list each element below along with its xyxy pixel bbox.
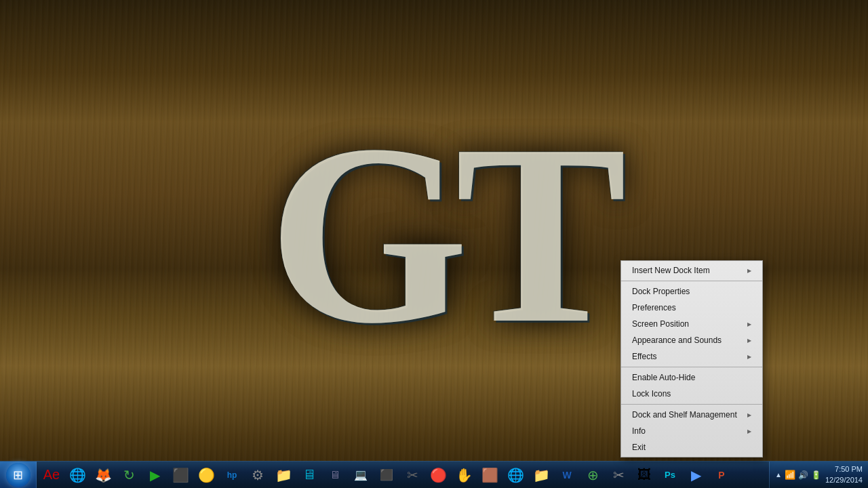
taskbar-icon-media[interactable]: ▶ xyxy=(142,463,167,487)
tray-arrow-icon[interactable]: ▲ xyxy=(775,471,782,479)
taskbar-icon-blue[interactable]: ⬛ xyxy=(168,463,193,487)
taskbar-icon-brown[interactable]: 🟫 xyxy=(477,463,502,487)
menu-item-insert-new-dock-item[interactable]: Insert New Dock Item xyxy=(621,262,762,279)
taskbar-icon-gray[interactable]: ⚙ xyxy=(245,463,270,487)
menu-separator-3 xyxy=(621,404,762,405)
taskbar-icon-powerpoint[interactable]: P xyxy=(709,463,734,487)
menu-item-screen-position[interactable]: Screen Position xyxy=(621,316,762,332)
desktop-logo: GT xyxy=(217,54,665,413)
taskbar-icon-cyan[interactable]: 🖥 xyxy=(297,463,321,487)
taskbar-icon-scissors2[interactable]: ✂ xyxy=(606,463,631,487)
menu-item-enable-auto-hide[interactable]: Enable Auto-Hide xyxy=(621,369,762,386)
menu-item-exit[interactable]: Exit xyxy=(621,439,762,455)
system-tray-icons: ▲ 📶 🔊 🔋 xyxy=(775,470,821,480)
menu-item-dock-properties[interactable]: Dock Properties xyxy=(621,283,762,300)
menu-item-dock-and-shelf-management[interactable]: Dock and Shelf Management xyxy=(621,407,762,423)
menu-separator-2 xyxy=(621,367,762,367)
taskbar-icon-laptop[interactable]: 💻 xyxy=(349,463,373,487)
tray-battery-icon[interactable]: 🔋 xyxy=(811,470,821,480)
taskbar-icon-yellow[interactable]: 🟡 xyxy=(194,463,218,487)
taskbar-icon-hp[interactable]: hp xyxy=(220,463,244,487)
system-tray: ▲ 📶 🔊 🔋 7:50 PM 12/29/2014 xyxy=(769,462,868,489)
taskbar-icon-app1[interactable]: ↻ xyxy=(117,463,141,487)
taskbar-icon-movie[interactable]: ▶ xyxy=(684,463,708,487)
taskbar-icon-chrome[interactable]: ⊕ xyxy=(580,463,605,487)
taskbar-icon-firefox[interactable]: 🦊 xyxy=(91,463,115,487)
desktop: GT Insert New Dock Item Dock Properties … xyxy=(0,0,868,488)
menu-item-appearance-and-sounds[interactable]: Appearance and Sounds xyxy=(621,332,762,348)
taskbar-icon-scissors[interactable]: ✂ xyxy=(400,463,425,487)
start-button[interactable]: ⊞ xyxy=(0,462,37,489)
taskbar-icon-hand[interactable]: ✋ xyxy=(452,463,476,487)
taskbar-app-icons: Ae 🌐 🦊 ↻ ▶ ⬛ 🟡 hp ⚙ 📁 🖥 🖥 💻 ⬛ ✂ 🔴 ✋ 🟫 🌐 … xyxy=(37,462,769,489)
menu-item-info[interactable]: Info xyxy=(621,423,762,439)
start-orb: ⊞ xyxy=(6,463,31,487)
taskbar-icon-cube[interactable]: ⬛ xyxy=(374,463,399,487)
menu-item-preferences[interactable]: Preferences xyxy=(621,300,762,316)
taskbar-icon-app2[interactable]: 🖥 xyxy=(323,463,347,487)
taskbar-icon-word[interactable]: W xyxy=(555,463,579,487)
taskbar: ⊞ Ae 🌐 🦊 ↻ ▶ ⬛ 🟡 hp ⚙ 📁 🖥 🖥 💻 ⬛ ✂ 🔴 ✋ 🟫 … xyxy=(0,461,868,488)
taskbar-icon-folder2[interactable]: 📁 xyxy=(529,463,553,487)
taskbar-icon-ie[interactable]: 🌐 xyxy=(65,463,90,487)
taskbar-icon-folder[interactable]: 📁 xyxy=(271,463,296,487)
taskbar-icon-red[interactable]: 🔴 xyxy=(426,463,450,487)
gt-logo-text: GT xyxy=(268,105,613,363)
windows-icon: ⊞ xyxy=(13,468,23,483)
taskbar-icon-adobe[interactable]: Ae xyxy=(39,463,64,487)
taskbar-icon-gallery[interactable]: 🖼 xyxy=(632,463,656,487)
taskbar-icon-photoshop[interactable]: Ps xyxy=(658,463,682,487)
taskbar-icon-ie2[interactable]: 🌐 xyxy=(503,463,528,487)
tray-volume-icon[interactable]: 🔊 xyxy=(798,470,808,480)
system-clock[interactable]: 7:50 PM 12/29/2014 xyxy=(825,464,863,485)
menu-separator-1 xyxy=(621,281,762,281)
context-menu: Insert New Dock Item Dock Properties Pre… xyxy=(620,260,763,458)
tray-network-icon[interactable]: 📶 xyxy=(785,470,795,480)
menu-item-lock-icons[interactable]: Lock Icons xyxy=(621,386,762,402)
clock-time: 7:50 PM xyxy=(825,464,863,474)
clock-date: 12/29/2014 xyxy=(825,475,863,485)
menu-item-effects[interactable]: Effects xyxy=(621,348,762,365)
